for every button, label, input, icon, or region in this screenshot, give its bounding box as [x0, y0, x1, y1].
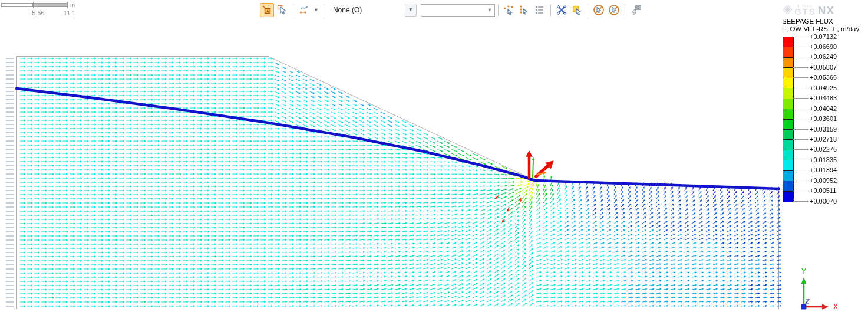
selection-toolbar: ▼ None (O) ▼ ▼	[259, 2, 643, 18]
legend-band	[783, 192, 793, 202]
origin-marker	[801, 304, 807, 310]
legend-value: +0.06690	[810, 43, 851, 50]
legend-subtitle: FLOW VEL-RSLT , m/day	[782, 25, 859, 32]
scale-tick-end	[67, 2, 68, 8]
legend-tick	[793, 119, 809, 119]
legend-value: +0.01394	[810, 166, 851, 173]
legend-tick	[793, 98, 809, 99]
toolbar-separator	[588, 4, 588, 16]
legend-tick	[793, 77, 809, 78]
y-axis-label: Y	[801, 267, 806, 275]
scale-unit-label: m	[70, 1, 75, 8]
pick-list-button[interactable]	[533, 3, 547, 17]
legend-value: +0.00511	[810, 187, 851, 194]
deselect-node-icon	[593, 4, 605, 16]
window-inside-select-button[interactable]	[570, 3, 584, 17]
snap-caret-icon[interactable]: ▼	[312, 3, 321, 17]
legend-tick	[793, 181, 809, 181]
y-axis-arrowhead	[801, 277, 807, 284]
toolbar-separator	[324, 4, 324, 16]
legend-tick	[793, 160, 809, 160]
crossing-select-icon	[556, 5, 567, 15]
legend-band	[783, 99, 793, 109]
legend-tick	[793, 149, 809, 150]
legend-value: +0.05366	[810, 74, 851, 81]
x-axis-label: X	[833, 303, 838, 311]
window-inside-select-icon	[572, 5, 582, 15]
legend-value: +0.02276	[810, 146, 851, 153]
legend-title: SEEPAGE FLUX	[782, 18, 833, 25]
model-viewport[interactable]	[0, 0, 868, 315]
x-axis-arrowhead	[822, 304, 829, 310]
pick-polyline-button[interactable]	[502, 3, 516, 17]
gts-nx-logo: ◈ midas GTS NX	[783, 2, 834, 15]
legend-band	[783, 150, 793, 160]
legend-tick	[793, 191, 809, 191]
deselect-element-button[interactable]	[607, 3, 621, 17]
pick-id-button[interactable]: ID	[629, 3, 643, 17]
filter-dropdown[interactable]: None (O)	[327, 6, 380, 14]
legend-band	[783, 58, 793, 68]
brand-gts-label: GTS	[794, 8, 816, 15]
axis-triad: Y X	[781, 264, 852, 315]
legend-value: +0.07132	[810, 33, 851, 40]
result-legend: ◈ midas GTS NX SEEPAGE FLUX FLOW VEL-RSL…	[781, 0, 868, 212]
legend-band	[783, 181, 793, 191]
pick-list-icon	[534, 5, 545, 15]
crossing-select-button[interactable]	[555, 3, 569, 17]
select-window-icon	[277, 5, 288, 15]
scale-ruler: m 5.56 11.1	[1, 1, 84, 20]
legend-value: +0.02718	[810, 136, 851, 143]
legend-band	[783, 160, 793, 170]
legend-value: +0.00070	[810, 198, 851, 205]
legend-value: +0.03601	[810, 115, 851, 122]
brand-nx-label: NX	[818, 5, 834, 15]
legend-band	[783, 88, 793, 99]
legend-band	[783, 130, 793, 140]
legend-tick	[793, 47, 809, 47]
legend-band	[783, 109, 793, 119]
toolbar-separator	[550, 4, 551, 16]
legend-value: +0.06249	[810, 53, 851, 60]
deselect-element-icon	[608, 4, 620, 16]
legend-tick	[793, 170, 809, 170]
legend-band	[783, 78, 793, 88]
legend-value: +0.01835	[810, 156, 851, 163]
midas-diamond-icon: ◈	[783, 2, 793, 15]
scale-tick-mid	[33, 2, 34, 8]
pick-polyline-alt-icon	[519, 5, 530, 15]
legend-value: +0.03159	[810, 126, 851, 133]
legend-band	[783, 68, 793, 78]
snap-spline-button[interactable]	[297, 3, 311, 17]
scale-segment-2	[33, 3, 68, 7]
legend-value: +0.00952	[810, 177, 851, 184]
legend-tick	[793, 139, 809, 140]
legend-tick	[793, 129, 809, 130]
snap-spline-icon	[299, 5, 309, 15]
legend-value: +0.04925	[810, 84, 851, 91]
pick-polyline-icon	[504, 5, 514, 15]
legend-value: +0.05807	[810, 64, 851, 71]
legend-tick	[793, 67, 809, 68]
result-combobox[interactable]: ▼	[421, 4, 495, 17]
result-combobox-input[interactable]	[423, 5, 485, 16]
scale-end-label: 11.1	[58, 9, 81, 17]
filter-caret-icon[interactable]: ▼	[405, 4, 417, 17]
legend-tick	[793, 57, 809, 57]
deselect-node-button[interactable]	[592, 3, 606, 17]
pick-id-icon: ID	[630, 4, 642, 16]
pick-polyline-alt-button[interactable]	[517, 3, 532, 17]
select-pick-icon	[262, 5, 272, 15]
legend-value: +0.04483	[810, 94, 851, 101]
legend-band	[783, 120, 793, 130]
z-axis-icon	[806, 300, 809, 303]
toolbar-separator	[293, 4, 293, 16]
legend-tick	[793, 109, 809, 109]
toolbar-separator	[625, 4, 625, 16]
legend-tick	[793, 201, 809, 202]
select-window-button[interactable]	[275, 3, 289, 17]
select-pick-button[interactable]	[260, 3, 274, 17]
app-window: m 5.56 11.1	[0, 0, 868, 315]
legend-tick	[793, 88, 809, 88]
toolbar-separator	[498, 4, 499, 16]
